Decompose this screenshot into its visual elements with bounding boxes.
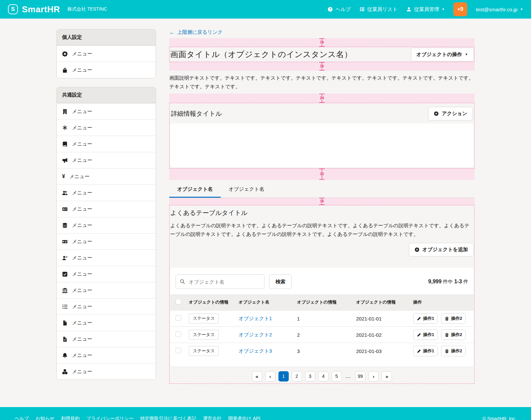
back-link[interactable]: ← 上階層に戻るリンク xyxy=(169,29,223,35)
notification-badge[interactable]: +9 xyxy=(453,2,467,16)
sidebar-item-menu[interactable]: メニュー xyxy=(57,103,156,119)
action-button-1[interactable]: 操作1 xyxy=(413,346,438,356)
sidebar-item-menu[interactable]: メニュー xyxy=(57,201,156,217)
table-card: 検索 9,999 件中 1-3 件 オブジェクトの情報オブジェクト名オブジェクト… xyxy=(170,268,474,367)
object-link[interactable]: オブジェクト3 xyxy=(239,348,272,354)
account-menu[interactable]: test@smarthr.co.jp▼ xyxy=(476,7,523,12)
select-all-checkbox[interactable] xyxy=(176,299,181,305)
users-icon xyxy=(62,190,68,196)
tab-object-2[interactable]: オブジェクト名 xyxy=(221,182,272,197)
sidebar-item-menu[interactable]: メニュー xyxy=(57,62,156,78)
pagination-page-1[interactable]: 1 xyxy=(278,371,289,382)
object-menu-button[interactable]: オブジェクトの操作 ▼ xyxy=(411,48,474,61)
pagination-last-button[interactable]: » xyxy=(382,371,392,382)
smarthr-logo-icon[interactable]: S xyxy=(8,4,18,14)
copyright: © SmartHR, Inc. xyxy=(483,416,516,420)
spacing-band-16-2: 16 xyxy=(169,62,475,71)
action-button-1[interactable]: 操作1 xyxy=(413,329,438,340)
action-button[interactable]: アクション xyxy=(428,107,473,120)
sidebar-item-menu[interactable]: メニュー xyxy=(57,152,156,168)
sidebar-item-label: メニュー xyxy=(69,174,90,180)
row-checkbox[interactable] xyxy=(176,331,181,337)
sidebar-item-menu[interactable]: メニュー xyxy=(57,331,156,347)
search-box xyxy=(176,274,265,289)
footer-link[interactable]: 開発者向け API xyxy=(228,416,261,420)
footer-link[interactable]: プライバシーポリシー xyxy=(86,416,134,420)
footer-link[interactable]: ヘルプ xyxy=(15,416,29,420)
pagination-page-2[interactable]: 2 xyxy=(292,371,302,382)
pagination-page-4[interactable]: 4 xyxy=(318,371,329,382)
sidebar-item-menu[interactable]: メニュー xyxy=(57,217,156,233)
plus-circle-icon xyxy=(434,111,439,116)
caret-down-icon: ▼ xyxy=(520,8,523,11)
column-header: オブジェクトの情報 xyxy=(186,294,236,311)
pencil-icon xyxy=(417,349,421,353)
row-checkbox[interactable] xyxy=(176,348,181,353)
page-title-section: 画面タイトル（オブジェクトのインスタンス名） オブジェクトの操作 ▼ xyxy=(169,47,475,62)
sidebar-item-menu[interactable]: メニュー xyxy=(57,298,156,315)
action-button-1[interactable]: 操作1 xyxy=(413,313,438,324)
pagination-page-99[interactable]: 99 xyxy=(355,371,366,382)
add-object-button[interactable]: オブジェクトを追加 xyxy=(409,243,474,256)
spacing-band-16-1: 16 xyxy=(169,38,475,47)
footer-link[interactable]: お知らせ xyxy=(36,416,54,420)
sidebar-item-menu[interactable]: メニュー xyxy=(57,363,156,380)
pagination-page-3[interactable]: 3 xyxy=(305,371,315,382)
row-checkbox[interactable] xyxy=(176,315,181,321)
sidebar-item-menu[interactable]: メニュー xyxy=(57,184,156,201)
row-actions: 操作1操作2 xyxy=(413,313,471,324)
search-input[interactable] xyxy=(188,279,260,285)
sidebar-item-menu[interactable]: メニュー xyxy=(57,233,156,249)
info-cell: 2 xyxy=(294,327,353,343)
sidebar-item-label: メニュー xyxy=(72,255,92,261)
nav-help[interactable]: ヘルプ xyxy=(328,6,351,13)
sidebar-item-label: メニュー xyxy=(72,67,92,73)
sidebar-item-label: メニュー xyxy=(72,141,92,147)
tab-object-1[interactable]: オブジェクト名 xyxy=(169,182,221,197)
app-footer: ヘルプお知らせ利用規約プライバシーポリシー特定商取引法に基づく表記運営会社開発者… xyxy=(0,407,531,420)
action-button-2[interactable]: 操作2 xyxy=(441,313,466,324)
sidebar-item-menu[interactable]: メニュー xyxy=(57,315,156,331)
sidebar-item-menu[interactable]: メニュー xyxy=(57,266,156,282)
sidebar-item-menu[interactable]: メニュー xyxy=(57,119,156,136)
sidebar-item-menu[interactable]: メニュー xyxy=(57,249,156,266)
sidebar-item-menu[interactable]: メニュー xyxy=(57,282,156,298)
search-button[interactable]: 検索 xyxy=(269,274,292,289)
sidebar-item-label: メニュー xyxy=(72,206,92,212)
sidebar-item-menu[interactable]: ¥メニュー xyxy=(57,168,156,184)
sidebar-item-menu[interactable]: メニュー xyxy=(57,347,156,363)
info-cell: 1 xyxy=(294,311,353,327)
product-name[interactable]: SmartHR xyxy=(22,4,60,15)
asterisk-icon xyxy=(62,125,68,131)
footer-link[interactable]: 利用規約 xyxy=(61,416,80,420)
actions-cell: 操作1操作2 xyxy=(411,311,474,327)
app-root: S SmartHR 株式会社 TESTINC ヘルプ従業員リスト従業員管理▼+9… xyxy=(0,0,531,420)
pagination-prev-button[interactable]: ‹ xyxy=(265,371,275,382)
footer-link[interactable]: 運営会社 xyxy=(203,416,222,420)
date-cell: 2021-01-02 xyxy=(353,327,411,343)
footer-link[interactable]: 特定商取引法に基づく表記 xyxy=(140,416,196,420)
status-badge: ステータス xyxy=(189,314,219,323)
object-link[interactable]: オブジェクト1 xyxy=(239,315,272,321)
action-button-2[interactable]: 操作2 xyxy=(441,346,466,356)
table-row: ステータスオブジェクト112021-01-01操作1操作2 xyxy=(170,311,474,327)
caret-down-icon: ▼ xyxy=(442,8,445,11)
result-count: 9,999 件中 1-3 件 xyxy=(428,279,468,285)
action-button-2[interactable]: 操作2 xyxy=(441,329,466,340)
sidebar-item-menu[interactable]: メニュー xyxy=(57,45,156,62)
page-title: 画面タイトル（オブジェクトのインスタンス名） xyxy=(170,49,352,60)
sidebar-item-label: メニュー xyxy=(72,336,92,342)
sidebar-item-label: メニュー xyxy=(72,51,92,57)
sidebar-item-label: メニュー xyxy=(72,320,92,326)
pagination-page-5[interactable]: 5 xyxy=(332,371,342,382)
spacing-band-24: 24 xyxy=(169,94,475,103)
nav-employee-list[interactable]: 従業員リスト xyxy=(359,6,398,13)
pagination-first-button[interactable]: « xyxy=(252,371,262,382)
sidebar-item-menu[interactable]: メニュー xyxy=(57,136,156,152)
pagination-next-button[interactable]: › xyxy=(368,371,379,382)
nav-employee-admin[interactable]: 従業員管理▼ xyxy=(406,6,445,13)
object-link[interactable]: オブジェクト2 xyxy=(239,332,272,337)
sidebar-item-label: メニュー xyxy=(72,352,92,359)
user-check-icon xyxy=(62,255,68,261)
column-header: オブジェクトの情報 xyxy=(294,294,353,311)
